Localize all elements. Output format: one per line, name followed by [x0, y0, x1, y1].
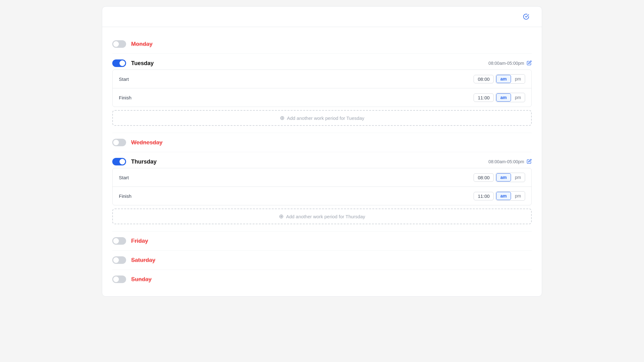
- time-panel-tuesday: Start08:00ampmFinish11:00ampm: [112, 70, 532, 107]
- toggle-sunday[interactable]: [112, 276, 126, 283]
- check-circle-icon: [523, 14, 529, 20]
- day-label-friday: Friday: [131, 238, 148, 244]
- ampm-group-thursday-0: ampm: [496, 173, 525, 182]
- time-row-tuesday-0: Start08:00ampm: [113, 70, 531, 88]
- add-period-btn-tuesday[interactable]: ⊕Add another work period for Tuesday: [112, 110, 532, 126]
- edit-icon-thursday[interactable]: [527, 159, 532, 165]
- day-row-monday: Monday: [112, 36, 532, 52]
- divider-5: [112, 270, 532, 270]
- plus-icon-tuesday: ⊕: [280, 115, 285, 121]
- divider-4: [112, 250, 532, 251]
- divider-3: [112, 231, 532, 231]
- pm-button-thursday-1[interactable]: pm: [511, 192, 525, 200]
- am-button-tuesday-1[interactable]: am: [496, 93, 511, 102]
- day-row-saturday: Saturday: [112, 252, 532, 268]
- time-row-thursday-1: Finish11:00ampm: [113, 187, 531, 205]
- schedule-body: MondayTuesday08:00am-05:00pmStart08:00am…: [102, 27, 542, 296]
- time-value-thursday-0[interactable]: 08:00: [474, 173, 494, 182]
- add-period-label-tuesday: Add another work period for Tuesday: [287, 115, 364, 121]
- day-label-thursday: Thursday: [131, 159, 157, 165]
- edit-icon-tuesday[interactable]: [527, 60, 532, 66]
- time-summary-thursday: 08:00am-05:00pm: [488, 159, 524, 164]
- time-summary-tuesday: 08:00am-05:00pm: [488, 61, 524, 66]
- period-label-tuesday-1: Finish: [119, 95, 131, 100]
- day-label-sunday: Sunday: [131, 276, 152, 283]
- time-value-tuesday-1[interactable]: 11:00: [474, 93, 494, 102]
- day-label-saturday: Saturday: [131, 257, 155, 264]
- day-row-wednesday: Wednesday: [112, 134, 532, 151]
- day-row-sunday: Sunday: [112, 271, 532, 287]
- toggle-thursday[interactable]: [112, 158, 126, 165]
- am-button-thursday-0[interactable]: am: [496, 173, 511, 181]
- day-header-tuesday: Tuesday08:00am-05:00pm: [112, 55, 532, 70]
- period-label-tuesday-0: Start: [119, 76, 129, 82]
- period-label-thursday-0: Start: [119, 175, 129, 180]
- pm-button-tuesday-0[interactable]: pm: [511, 75, 525, 83]
- service-schedule-card: MondayTuesday08:00am-05:00pmStart08:00am…: [102, 6, 542, 297]
- time-row-thursday-0: Start08:00ampm: [113, 168, 531, 187]
- time-value-tuesday-0[interactable]: 08:00: [474, 75, 494, 83]
- toggle-friday[interactable]: [112, 237, 126, 245]
- day-header-thursday: Thursday08:00am-05:00pm: [112, 153, 532, 168]
- set-custom-schedule-button[interactable]: [523, 14, 532, 20]
- divider-0: [112, 53, 532, 54]
- period-label-thursday-1: Finish: [119, 193, 131, 199]
- toggle-tuesday[interactable]: [112, 59, 126, 67]
- divider-2: [112, 152, 532, 152]
- time-panel-thursday: Start08:00ampmFinish11:00ampm: [112, 168, 532, 205]
- day-section-tuesday: Tuesday08:00am-05:00pmStart08:00ampmFini…: [112, 55, 532, 131]
- ampm-group-tuesday-0: ampm: [496, 74, 525, 84]
- card-header: [102, 7, 542, 27]
- ampm-group-thursday-1: ampm: [496, 191, 525, 201]
- day-section-thursday: Thursday08:00am-05:00pmStart08:00ampmFin…: [112, 153, 532, 230]
- day-label-wednesday: Wednesday: [131, 139, 163, 146]
- day-row-friday: Friday: [112, 233, 532, 249]
- pm-button-tuesday-1[interactable]: pm: [511, 93, 525, 102]
- day-label-tuesday: Tuesday: [131, 60, 154, 67]
- plus-icon-thursday: ⊕: [279, 214, 284, 219]
- pm-button-thursday-0[interactable]: pm: [511, 173, 525, 182]
- ampm-group-tuesday-1: ampm: [496, 93, 525, 102]
- am-button-thursday-1[interactable]: am: [496, 192, 511, 200]
- time-row-tuesday-1: Finish11:00ampm: [113, 88, 531, 107]
- divider-1: [112, 133, 532, 133]
- toggle-saturday[interactable]: [112, 256, 126, 264]
- add-period-btn-thursday[interactable]: ⊕Add another work period for Thursday: [112, 209, 532, 224]
- add-period-label-thursday: Add another work period for Thursday: [286, 214, 365, 219]
- toggle-monday[interactable]: [112, 40, 126, 48]
- day-label-monday: Monday: [131, 41, 153, 47]
- time-value-thursday-1[interactable]: 11:00: [474, 192, 494, 200]
- toggle-wednesday[interactable]: [112, 139, 126, 146]
- am-button-tuesday-0[interactable]: am: [496, 75, 511, 83]
